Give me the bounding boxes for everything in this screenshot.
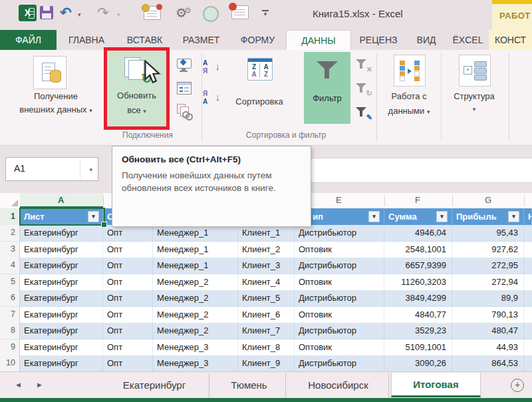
sheet-nav-left-icon[interactable]: ◄ (15, 381, 22, 389)
cell-manager[interactable]: Менеджер_3 (153, 355, 238, 372)
ribbon-tab-форму[interactable]: ФОРМУ (229, 30, 286, 50)
sort-ascending-button[interactable]: АЯ ↓ (201, 57, 221, 83)
cell-sum[interactable]: 6657,9399 (384, 258, 452, 274)
cell-sum[interactable]: 3090,26 (384, 355, 452, 372)
cell-n[interactable]: 4 (0, 258, 20, 274)
cell-city[interactable]: Екатеринбург (20, 355, 103, 372)
reapply-filter-icon[interactable]: ↻ (354, 81, 372, 98)
cell-profit[interactable]: 89,9 (452, 290, 524, 307)
undo-dropdown-icon[interactable]: ▾ (78, 11, 81, 18)
cell-empty[interactable] (524, 242, 532, 258)
cell-manager[interactable]: Менеджер_1 (153, 258, 238, 274)
qat-more-icon[interactable]: ▾ (262, 10, 269, 17)
cell-profit[interactable]: 790,13 (452, 307, 524, 323)
header-cell-h-partial[interactable]: Н (524, 208, 532, 225)
cell-manager[interactable]: Менеджер_1 (153, 242, 238, 258)
cell-manager[interactable]: Менеджер_1 (153, 225, 238, 242)
ribbon-tab-конст[interactable]: КОНСТ (489, 30, 532, 50)
ribbon-tab-размет[interactable]: РАЗМЕТ (173, 30, 229, 50)
cell-client[interactable]: Клиент_3 (238, 258, 295, 274)
cell-profit[interactable]: 95,43 (452, 225, 524, 242)
ribbon-tab-вид[interactable]: ВИД (406, 30, 447, 50)
cell-n[interactable]: 5 (0, 274, 20, 291)
cell-n[interactable]: 9 (0, 339, 20, 356)
ribbon-tab-ëxcel[interactable]: ËXCEL (447, 30, 489, 50)
cell-client[interactable]: Клиент_5 (238, 290, 295, 307)
cell-type[interactable]: Оптовик (295, 307, 384, 323)
cell-segment[interactable]: Опт (103, 258, 153, 274)
cell-segment[interactable]: Опт (103, 225, 153, 242)
sheet-tab-тюмень[interactable]: Тюмень (213, 373, 286, 398)
column-letter-А[interactable]: А (58, 195, 64, 205)
cell-sum[interactable]: 4840,77 (384, 307, 452, 323)
cell-city[interactable]: Екатеринбург (20, 307, 103, 323)
cell-city[interactable]: Екатеринбург (20, 339, 103, 356)
column-letter-E[interactable]: E (336, 195, 342, 205)
cell-n[interactable]: 7 (0, 307, 20, 323)
cell-type[interactable]: Дистрибьютор (295, 323, 384, 339)
cell-empty[interactable] (524, 323, 532, 339)
sheet-tab-екатеринбург[interactable]: Екатеринбург (100, 373, 209, 398)
header-cell-profit[interactable]: Прибыль ▾ (452, 208, 524, 225)
cell-empty[interactable] (524, 225, 532, 242)
cell-client[interactable]: Клиент_4 (238, 274, 295, 291)
cell-empty[interactable] (524, 307, 532, 323)
cell-empty[interactable] (524, 258, 532, 274)
redo-dropdown-icon[interactable]: ▾ (117, 11, 120, 18)
cell-segment[interactable]: Опт (103, 307, 153, 323)
cell-manager[interactable]: Менеджер_3 (153, 339, 238, 356)
cell-manager[interactable]: Менеджер_2 (153, 307, 238, 323)
refresh-all-button[interactable]: ↻ Обновить все ▾ (107, 51, 166, 126)
cell-profit[interactable]: 927,62 (452, 242, 524, 258)
header-cell-sum[interactable]: Сумма ▾ (384, 208, 452, 225)
cell-segment[interactable]: Опт (103, 290, 153, 307)
cell-sum[interactable]: 4946,04 (384, 225, 452, 242)
cell-client[interactable]: Клиент_8 (238, 339, 295, 356)
cell-segment[interactable]: Опт (103, 274, 153, 291)
outline-button[interactable]: + Структура ▾ (444, 51, 504, 130)
cell-n[interactable]: 6 (0, 290, 20, 307)
cell-client[interactable]: Клиент_1 (238, 225, 295, 242)
advanced-filter-icon[interactable]: ✎ (354, 104, 372, 122)
name-box-dropdown-icon[interactable]: ▾ (89, 166, 92, 173)
gears-icon[interactable]: ⚙⚙ (176, 3, 187, 23)
column-letter-F[interactable]: F (415, 195, 420, 205)
cell-client[interactable]: Клиент_9 (238, 355, 295, 372)
ribbon-tab-главна[interactable]: ГЛАВНА (57, 30, 116, 50)
cell-segment[interactable]: Опт (103, 355, 153, 372)
ribbon-tab-реценз[interactable]: РЕЦЕНЗ (351, 30, 406, 50)
filter-dropdown-icon[interactable]: ▾ (508, 211, 519, 222)
cell-type[interactable]: Дистрибьютор (295, 225, 384, 242)
cell-city[interactable]: Екатеринбург (20, 242, 103, 258)
cell-segment[interactable]: Опт (103, 323, 153, 339)
ribbon-tab-данны[interactable]: ДАННЫ (286, 30, 351, 50)
cell-client[interactable]: Клиент_6 (238, 307, 295, 323)
properties-icon[interactable] (176, 80, 193, 97)
cell-manager[interactable]: Менеджер_2 (153, 274, 238, 291)
screenshot-tool-icon[interactable] (231, 5, 249, 19)
get-external-data-button[interactable]: Получение внешних данных ▾ (9, 53, 102, 131)
cell-manager[interactable]: Менеджер_2 (153, 290, 238, 307)
cell-profit[interactable]: 864,53 (452, 355, 524, 372)
connection-properties-icon[interactable] (176, 57, 193, 75)
cell-n[interactable]: 2 (0, 225, 20, 242)
cell-type[interactable]: Оптовик (295, 242, 384, 258)
cell-n[interactable]: 3 (0, 242, 20, 258)
cell-sum[interactable]: 5109,1001 (384, 339, 452, 356)
cell-profit[interactable]: 272,95 (452, 258, 524, 274)
data-tools-button[interactable]: Работа с данными ▾ (379, 51, 439, 130)
cell-profit[interactable]: 272,94 (452, 274, 524, 291)
cell-city[interactable]: Екатеринбург (20, 258, 103, 274)
cell-type[interactable]: Дистрибьютор (295, 290, 384, 307)
clear-filter-icon[interactable]: ✕ (354, 57, 372, 74)
sort-descending-button[interactable]: ЯА ↓ (201, 87, 221, 114)
edit-links-icon[interactable] (176, 102, 193, 120)
cell-city[interactable]: Екатеринбург (20, 290, 103, 307)
select-all-corner[interactable] (0, 193, 21, 208)
sheet-nav-right-icon[interactable]: ► (36, 381, 43, 389)
cell-profit[interactable]: 480,47 (452, 323, 524, 339)
cell-segment[interactable]: Опт (103, 242, 153, 258)
undo-icon[interactable]: ↶ (60, 3, 72, 23)
cell-sum[interactable]: 2548,1001 (384, 242, 452, 258)
cell-empty[interactable] (524, 339, 532, 356)
